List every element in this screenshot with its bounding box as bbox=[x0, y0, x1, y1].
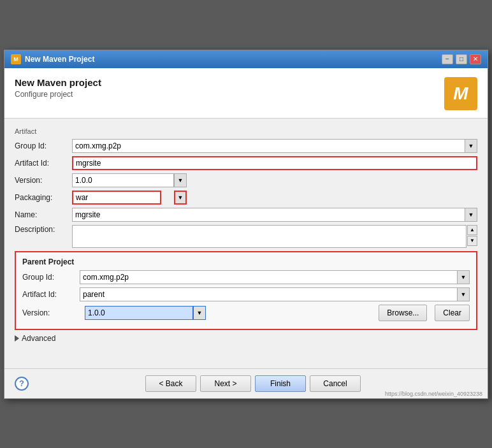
scroll-up-button[interactable]: ▲ bbox=[467, 225, 477, 235]
packaging-label: Packaging: bbox=[15, 193, 72, 202]
description-row: Description: ▲ ▼ bbox=[15, 225, 477, 248]
packaging-wrapper: ▼ bbox=[72, 191, 187, 205]
parent-version-wrapper: ▼ bbox=[85, 306, 206, 320]
advanced-triangle-icon bbox=[15, 335, 19, 342]
artifact-section-label: Artifact bbox=[15, 127, 477, 135]
title-bar-controls: − □ ✕ bbox=[442, 54, 481, 64]
parent-group-id-label: Group Id: bbox=[22, 273, 80, 282]
parent-version-arrow[interactable]: ▼ bbox=[193, 306, 206, 320]
version-arrow[interactable]: ▼ bbox=[174, 173, 187, 187]
group-id-label: Group Id: bbox=[15, 141, 72, 150]
page-subtitle: Configure project bbox=[15, 90, 101, 99]
artifact-id-input[interactable] bbox=[72, 156, 477, 170]
artifact-id-label: Artifact Id: bbox=[15, 159, 72, 168]
packaging-input[interactable] bbox=[72, 191, 161, 205]
next-button[interactable]: Next > bbox=[200, 375, 251, 392]
name-wrapper: ▼ bbox=[72, 208, 477, 222]
name-input[interactable] bbox=[72, 208, 477, 222]
maximize-button[interactable]: □ bbox=[456, 54, 467, 64]
parent-version-row: Version: ▼ Browse... Clear bbox=[22, 305, 470, 321]
parent-artifact-id-input[interactable] bbox=[80, 287, 470, 301]
parent-group-id-row: Group Id: ▼ bbox=[22, 270, 470, 284]
minimize-button[interactable]: − bbox=[442, 54, 453, 64]
title-bar-text: New Maven Project bbox=[25, 55, 94, 64]
group-id-row: Group Id: ▼ bbox=[15, 139, 477, 153]
description-input[interactable] bbox=[72, 225, 467, 248]
dialog: M New Maven Project − □ ✕ New Maven proj… bbox=[4, 50, 488, 399]
group-id-wrapper: ▼ bbox=[72, 139, 477, 153]
clear-button[interactable]: Clear bbox=[435, 305, 470, 321]
advanced-row[interactable]: Advanced bbox=[15, 334, 477, 343]
parent-group-id-input[interactable] bbox=[80, 270, 470, 284]
version-wrapper: ▼ bbox=[72, 173, 187, 187]
parent-artifact-id-wrapper: ▼ bbox=[80, 287, 470, 301]
artifact-id-row: Artifact Id: bbox=[15, 156, 477, 170]
parent-version-input[interactable] bbox=[85, 306, 193, 320]
dialog-footer: ? < Back Next > Finish Cancel https://bl… bbox=[4, 368, 488, 398]
packaging-row: Packaging: ▼ bbox=[15, 191, 477, 205]
page-title: New Maven project bbox=[15, 77, 101, 88]
name-row: Name: ▼ bbox=[15, 208, 477, 222]
description-label: Description: bbox=[15, 225, 72, 234]
title-bar-icon: M bbox=[11, 54, 21, 64]
dialog-header: New Maven project Configure project M bbox=[4, 68, 488, 119]
parent-project-section: Parent Project Group Id: ▼ Artifact Id: … bbox=[15, 251, 477, 330]
help-button[interactable]: ? bbox=[15, 377, 29, 391]
watermark: https://blog.csdn.net/weixin_40923238 bbox=[385, 391, 482, 397]
parent-artifact-id-row: Artifact Id: ▼ bbox=[22, 287, 470, 301]
scroll-down-button[interactable]: ▼ bbox=[467, 236, 477, 246]
cancel-button[interactable]: Cancel bbox=[310, 375, 361, 392]
maven-logo: M bbox=[444, 77, 477, 110]
parent-project-label: Parent Project bbox=[22, 257, 470, 266]
name-label: Name: bbox=[15, 210, 72, 219]
advanced-label: Advanced bbox=[22, 334, 55, 343]
footer-buttons: < Back Next > Finish Cancel bbox=[29, 375, 477, 392]
version-row: Version: ▼ bbox=[15, 173, 477, 187]
description-scrollbar: ▲ ▼ bbox=[467, 225, 477, 246]
finish-button[interactable]: Finish bbox=[255, 375, 306, 392]
group-id-input[interactable] bbox=[72, 139, 477, 153]
parent-group-id-wrapper: ▼ bbox=[80, 270, 470, 284]
title-bar: M New Maven Project − □ ✕ bbox=[4, 50, 488, 68]
version-input[interactable] bbox=[72, 173, 174, 187]
browse-button[interactable]: Browse... bbox=[379, 305, 427, 321]
body-spacer bbox=[4, 349, 488, 368]
back-button[interactable]: < Back bbox=[145, 375, 196, 392]
version-label: Version: bbox=[15, 176, 72, 185]
parent-version-label: Version: bbox=[22, 308, 80, 317]
close-button[interactable]: ✕ bbox=[470, 54, 481, 64]
dialog-body: Artifact Group Id: ▼ Artifact Id: Versio… bbox=[4, 119, 488, 349]
packaging-arrow[interactable]: ▼ bbox=[174, 191, 187, 205]
parent-artifact-id-label: Artifact Id: bbox=[22, 290, 80, 299]
